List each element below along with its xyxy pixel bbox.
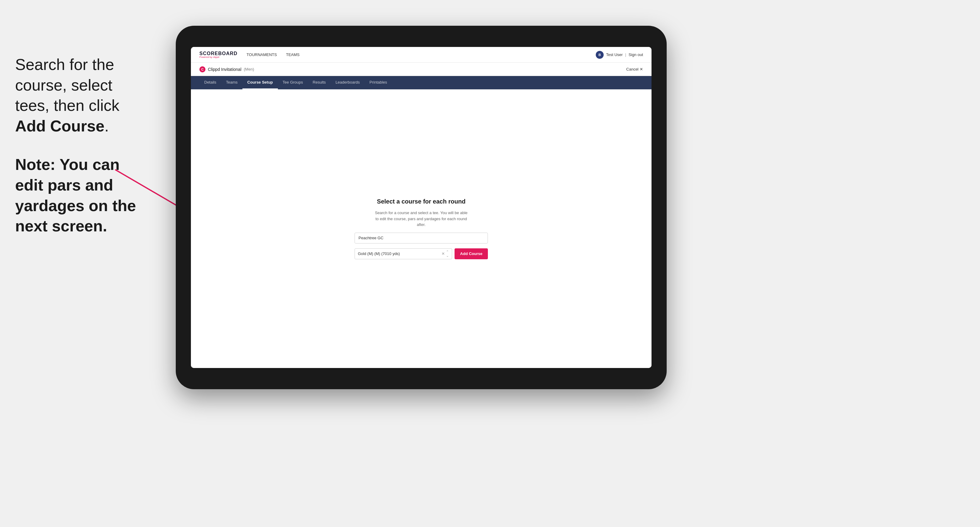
main-content: Select a course for each round Search fo… xyxy=(191,89,652,368)
app-header: SCOREBOARD Powered by clippd TOURNAMENTS… xyxy=(191,47,652,63)
logo-main: SCOREBOARD xyxy=(199,51,237,56)
annotation-area: Search for the course, select tees, then… xyxy=(0,43,188,249)
tab-details[interactable]: Details xyxy=(199,76,221,89)
card-title: Select a course for each round xyxy=(377,198,465,205)
add-course-button[interactable]: Add Course xyxy=(455,248,488,259)
tab-printables[interactable]: Printables xyxy=(364,76,392,89)
card-subtitle: Search for a course and select a tee. Yo… xyxy=(373,210,470,228)
tab-results[interactable]: Results xyxy=(308,76,331,89)
tee-select-controls: ✕ ⌃⌄ xyxy=(442,250,449,258)
nav-teams[interactable]: TEAMS xyxy=(286,52,300,57)
tee-select-text: Gold (M) (M) (7010 yds) xyxy=(358,251,442,256)
pipe: | xyxy=(625,52,626,57)
tournament-header: C Clippd Invitational (Men) Cancel ✕ xyxy=(191,63,652,76)
annotation-note: Note: You can edit pars and yardages on … xyxy=(15,154,173,236)
cancel-button[interactable]: Cancel ✕ xyxy=(626,67,643,71)
sign-out-link[interactable]: Sign out xyxy=(628,52,643,57)
user-avatar: B xyxy=(596,51,604,59)
tournament-title-area: C Clippd Invitational (Men) xyxy=(199,66,254,72)
tablet-screen: SCOREBOARD Powered by clippd TOURNAMENTS… xyxy=(191,47,652,368)
header-left: SCOREBOARD Powered by clippd TOURNAMENTS… xyxy=(199,51,300,59)
tab-leaderboards[interactable]: Leaderboards xyxy=(331,76,364,89)
course-select-card: Select a course for each round Search fo… xyxy=(355,198,488,259)
nav-tournaments[interactable]: TOURNAMENTS xyxy=(247,52,277,57)
header-right: B Test User | Sign out xyxy=(596,51,643,59)
tee-select-wrapper[interactable]: Gold (M) (M) (7010 yds) ✕ ⌃⌄ xyxy=(355,248,452,259)
logo: SCOREBOARD Powered by clippd xyxy=(199,51,237,59)
tab-bar: Details Teams Course Setup Tee Groups Re… xyxy=(191,76,652,89)
tournament-name: Clippd Invitational xyxy=(208,67,242,72)
course-search-input[interactable] xyxy=(355,233,488,243)
tab-course-setup[interactable]: Course Setup xyxy=(242,76,278,89)
tab-teams[interactable]: Teams xyxy=(221,76,242,89)
annotation-text: Search for the course, select tees, then… xyxy=(15,54,173,136)
logo-sub: Powered by clippd xyxy=(199,56,237,59)
user-name: Test User xyxy=(606,52,623,57)
tablet-device: SCOREBOARD Powered by clippd TOURNAMENTS… xyxy=(176,26,667,389)
tee-dropdown-icon[interactable]: ⌃⌄ xyxy=(446,250,449,258)
tee-select-row: Gold (M) (M) (7010 yds) ✕ ⌃⌄ Add Course xyxy=(355,248,488,259)
tee-clear-icon[interactable]: ✕ xyxy=(442,251,445,256)
tab-tee-groups[interactable]: Tee Groups xyxy=(278,76,308,89)
tournament-gender: (Men) xyxy=(244,67,254,71)
tournament-icon: C xyxy=(199,66,205,72)
